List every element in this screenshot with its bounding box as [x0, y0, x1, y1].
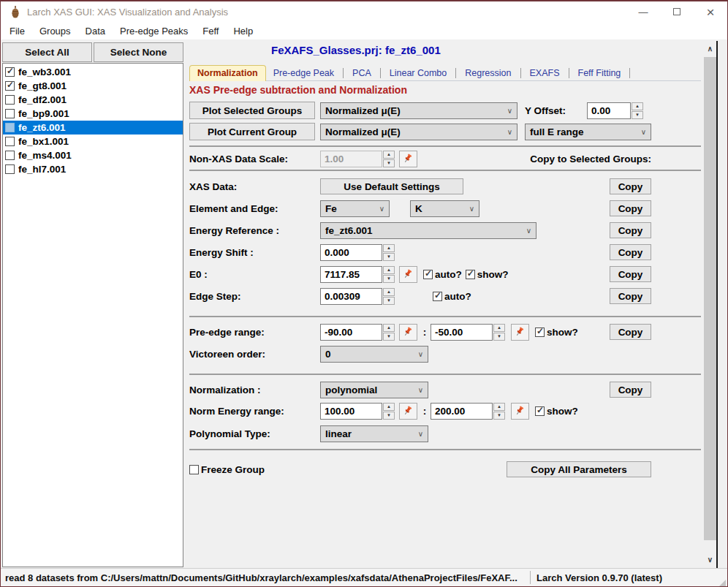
- menu-data[interactable]: Data: [78, 23, 113, 39]
- group-file-list[interactable]: fe_wb3.001 fe_gt8.001 fe_df2.001 fe_bp9.…: [2, 63, 183, 567]
- menu-groups[interactable]: Groups: [32, 23, 78, 39]
- spin-buttons[interactable]: ▲ ▼: [383, 403, 395, 420]
- pin-button[interactable]: [511, 324, 529, 341]
- pin-button[interactable]: [511, 403, 529, 420]
- copy-edge-step-button[interactable]: Copy: [610, 288, 651, 304]
- spin-up-icon[interactable]: ▲: [493, 324, 505, 332]
- element-combo[interactable]: Fe ∨: [320, 200, 390, 217]
- spin-up-icon[interactable]: ▲: [493, 403, 505, 411]
- resize-grip[interactable]: [719, 580, 726, 586]
- normalization-combo[interactable]: polynomial ∨: [320, 382, 428, 398]
- spin-buttons[interactable]: ▲ ▼: [493, 403, 505, 420]
- energy-reference-combo[interactable]: fe_zt6.001 ∨: [320, 222, 536, 239]
- non-xas-scale-spinner[interactable]: 1.00 ▲ ▼: [320, 151, 395, 167]
- polynomial-type-combo[interactable]: linear ∨: [320, 425, 428, 442]
- copy-e0-button[interactable]: Copy: [610, 266, 651, 282]
- menu-feff[interactable]: Feff: [195, 23, 226, 39]
- maximize-button[interactable]: [660, 1, 694, 22]
- list-item[interactable]: fe_df2.001: [3, 93, 183, 107]
- norm-show-checkbox[interactable]: [535, 406, 545, 416]
- pin-button[interactable]: [399, 403, 417, 420]
- edge-step-auto-checkbox[interactable]: [433, 292, 442, 301]
- copy-normalization-button[interactable]: Copy: [610, 382, 651, 398]
- freeze-group-checkbox[interactable]: [189, 465, 199, 474]
- spin-down-icon[interactable]: ▼: [383, 275, 395, 283]
- copy-energy-reference-button[interactable]: Copy: [610, 222, 651, 238]
- file-checkbox[interactable]: [5, 67, 15, 77]
- spin-up-icon[interactable]: ▲: [383, 324, 395, 332]
- spin-down-icon[interactable]: ▼: [383, 412, 395, 420]
- spin-up-icon[interactable]: ▲: [632, 102, 643, 110]
- spin-down-icon[interactable]: ▼: [383, 253, 395, 261]
- file-checkbox[interactable]: [5, 164, 15, 174]
- e0-show-checkbox[interactable]: [466, 270, 475, 279]
- pre-edge-low-value[interactable]: -90.00: [320, 324, 382, 341]
- tab-pre-edge-peak[interactable]: Pre-edge Peak: [266, 66, 341, 80]
- spin-buttons[interactable]: ▲ ▼: [632, 102, 643, 119]
- edge-step-value[interactable]: 0.00309: [320, 288, 382, 305]
- e0-value[interactable]: 7117.85: [320, 266, 382, 283]
- spin-buttons[interactable]: ▲ ▼: [383, 324, 395, 341]
- file-checkbox[interactable]: [5, 81, 15, 91]
- scrollbar-thumb[interactable]: [704, 57, 716, 540]
- spin-up-icon[interactable]: ▲: [383, 244, 395, 252]
- tab-regression[interactable]: Regression: [458, 66, 518, 80]
- list-item[interactable]: fe_hl7.001: [3, 162, 183, 176]
- spin-down-icon[interactable]: ▼: [632, 111, 643, 119]
- spin-up-icon[interactable]: ▲: [383, 403, 395, 411]
- norm-high-spinner[interactable]: 200.00 ▲ ▼: [431, 403, 505, 420]
- close-button[interactable]: ×: [694, 1, 727, 22]
- pin-button[interactable]: [399, 151, 417, 167]
- copy-all-parameters-button[interactable]: Copy All Parameters: [507, 461, 651, 477]
- list-item-selected[interactable]: fe_zt6.001: [3, 121, 183, 135]
- pin-button[interactable]: [399, 324, 417, 341]
- spin-down-icon[interactable]: ▼: [383, 297, 395, 305]
- tab-linear-combo[interactable]: Linear Combo: [382, 66, 455, 80]
- spin-down-icon[interactable]: ▼: [383, 159, 395, 167]
- menu-file[interactable]: File: [2, 23, 32, 39]
- edge-combo[interactable]: K ∨: [410, 200, 479, 217]
- spin-buttons[interactable]: ▲ ▼: [383, 288, 395, 305]
- spin-up-icon[interactable]: ▲: [383, 151, 395, 159]
- norm-low-spinner[interactable]: 100.00 ▲ ▼: [320, 403, 395, 420]
- spin-down-icon[interactable]: ▼: [383, 333, 395, 341]
- norm-low-value[interactable]: 100.00: [320, 403, 382, 420]
- file-checkbox[interactable]: [5, 137, 15, 146]
- menu-help[interactable]: Help: [226, 23, 260, 39]
- plot-selected-groups-button[interactable]: Plot Selected Groups: [189, 102, 315, 119]
- file-checkbox[interactable]: [5, 151, 15, 160]
- scroll-down-icon[interactable]: ∨: [704, 553, 716, 565]
- file-checkbox[interactable]: [5, 95, 15, 105]
- energy-range-combo[interactable]: full E range ∨: [525, 124, 651, 140]
- list-item[interactable]: fe_gt8.001: [3, 79, 183, 93]
- pre-edge-high-value[interactable]: -50.00: [431, 324, 493, 341]
- use-default-settings-button[interactable]: Use Default Settings: [320, 178, 463, 194]
- e0-auto-checkbox[interactable]: [423, 270, 433, 279]
- spin-up-icon[interactable]: ▲: [383, 288, 395, 296]
- y-offset-value[interactable]: 0.00: [587, 102, 631, 119]
- copy-pre-edge-button[interactable]: Copy: [610, 324, 651, 340]
- spin-buttons[interactable]: ▲ ▼: [493, 324, 505, 341]
- edge-step-spinner[interactable]: 0.00309 ▲ ▼: [320, 288, 395, 305]
- spin-up-icon[interactable]: ▲: [383, 266, 395, 274]
- pre-edge-high-spinner[interactable]: -50.00 ▲ ▼: [431, 324, 505, 341]
- scroll-up-icon[interactable]: ∧: [704, 42, 716, 54]
- copy-xas-data-button[interactable]: Copy: [610, 178, 651, 194]
- spin-down-icon[interactable]: ▼: [493, 412, 505, 420]
- pre-edge-low-spinner[interactable]: -90.00 ▲ ▼: [320, 324, 395, 341]
- list-item[interactable]: fe_wb3.001: [3, 65, 183, 79]
- pin-button[interactable]: [399, 266, 417, 283]
- tab-feff-fitting[interactable]: Feff Fitting: [571, 66, 629, 80]
- vertical-scrollbar[interactable]: ∧ ∨: [704, 41, 716, 568]
- tab-pca[interactable]: PCA: [345, 66, 379, 80]
- copy-energy-shift-button[interactable]: Copy: [610, 244, 651, 260]
- victoreen-combo[interactable]: 0 ∨: [320, 346, 428, 363]
- tab-exafs[interactable]: EXAFS: [523, 66, 567, 80]
- plot-current-group-button[interactable]: Plot Current Group: [189, 123, 315, 140]
- list-item[interactable]: fe_ms4.001: [3, 148, 183, 162]
- file-checkbox[interactable]: [5, 109, 15, 118]
- energy-shift-value[interactable]: 0.000: [320, 244, 382, 261]
- norm-high-value[interactable]: 200.00: [431, 403, 493, 420]
- select-none-button[interactable]: Select None: [94, 42, 183, 62]
- energy-shift-spinner[interactable]: 0.000 ▲ ▼: [320, 244, 395, 261]
